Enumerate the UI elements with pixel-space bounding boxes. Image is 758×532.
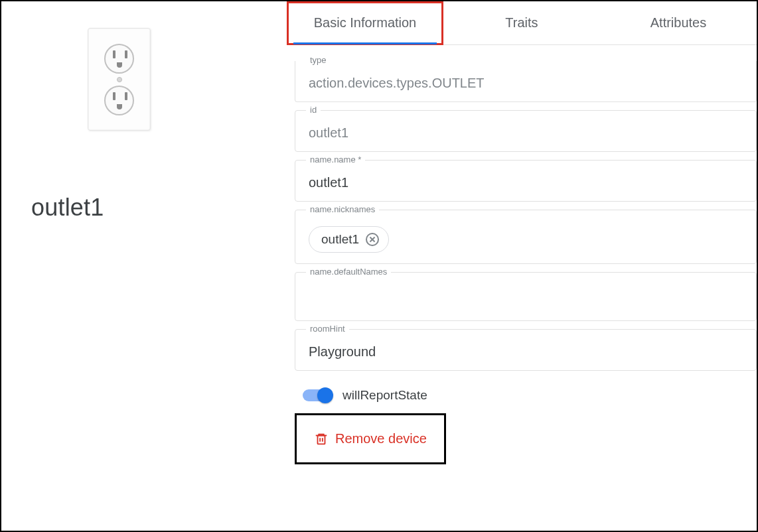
- outlet-socket-icon: [104, 44, 134, 74]
- field-name[interactable]: name.name * outlet1: [295, 160, 757, 202]
- field-value: action.devices.types.OUTLET: [309, 76, 743, 91]
- field-label: type: [306, 55, 331, 65]
- plate-screw-icon: [117, 77, 122, 82]
- chip-label: outlet1: [321, 232, 359, 247]
- trash-icon: [314, 432, 329, 446]
- device-image-outlet: [88, 28, 151, 131]
- device-title: outlet1: [31, 194, 104, 222]
- field-label: roomHint: [306, 324, 349, 334]
- remove-device-highlight-box: Remove device: [295, 413, 446, 464]
- tab-traits[interactable]: Traits: [443, 1, 600, 44]
- nickname-chip[interactable]: outlet1: [309, 226, 389, 253]
- field-room-hint[interactable]: roomHint Playground: [295, 329, 757, 371]
- device-summary-panel: outlet1: [1, 1, 287, 531]
- outlet-socket-icon: [104, 86, 134, 115]
- field-type[interactable]: type action.devices.types.OUTLET: [295, 61, 757, 102]
- tab-label: Attributes: [650, 15, 706, 31]
- toggle-label: willReportState: [342, 388, 427, 403]
- remove-device-label: Remove device: [335, 431, 427, 446]
- field-value: outlet1: [309, 175, 743, 190]
- tab-attributes[interactable]: Attributes: [600, 1, 757, 44]
- toggle-will-report-state-row: willReportState: [303, 388, 757, 403]
- field-label: name.nicknames: [306, 204, 379, 214]
- tab-basic-information[interactable]: Basic Information: [287, 1, 443, 44]
- form-area: type action.devices.types.OUTLET id outl…: [287, 45, 757, 464]
- tab-bar: Basic Information Traits Attributes: [287, 1, 757, 45]
- toggle-knob: [317, 387, 333, 403]
- tab-label: Traits: [505, 15, 538, 31]
- remove-chip-icon[interactable]: [366, 233, 379, 246]
- remove-device-button[interactable]: Remove device: [314, 431, 427, 446]
- field-default-names[interactable]: name.defaultNames: [295, 272, 757, 321]
- tab-label: Basic Information: [314, 15, 417, 31]
- field-label: id: [306, 105, 321, 115]
- field-label: name.defaultNames: [306, 267, 391, 277]
- field-label: name.name *: [306, 155, 365, 165]
- toggle-will-report-state[interactable]: [303, 389, 332, 401]
- field-value: outlet1: [309, 125, 743, 141]
- field-value: Playground: [309, 344, 743, 360]
- field-nicknames[interactable]: name.nicknames outlet1: [295, 210, 757, 264]
- device-detail-panel: Basic Information Traits Attributes type…: [287, 1, 757, 531]
- svg-rect-0: [318, 435, 325, 444]
- field-id[interactable]: id outlet1: [295, 110, 757, 152]
